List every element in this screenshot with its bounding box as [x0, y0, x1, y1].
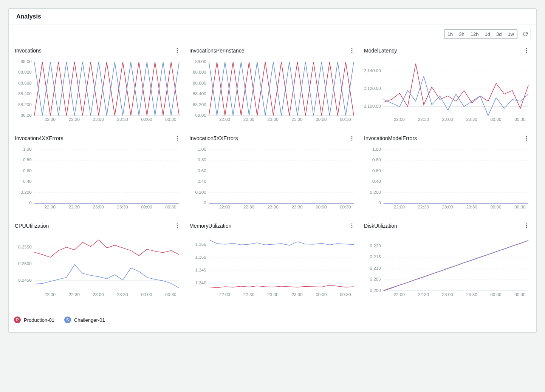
- svg-text:0.200: 0.200: [370, 190, 381, 194]
- svg-text:88.600: 88.600: [193, 81, 206, 85]
- svg-text:0.80: 0.80: [23, 158, 32, 162]
- chart-tile-modelLatency: ModelLatency2,100.002,120.002,140.0022:0…: [363, 42, 531, 128]
- svg-text:22:00: 22:00: [219, 205, 230, 209]
- svg-text:23:00: 23:00: [442, 205, 453, 209]
- refresh-button[interactable]: [520, 29, 531, 39]
- svg-text:88.00: 88.00: [195, 113, 206, 117]
- series-line: [209, 62, 354, 116]
- time-range-group: 1h3h12h1d3d1w: [444, 29, 517, 39]
- svg-text:22:30: 22:30: [69, 293, 80, 297]
- chart-menu-button[interactable]: [173, 47, 181, 54]
- svg-point-121: [177, 225, 178, 227]
- svg-text:88.800: 88.800: [18, 70, 32, 74]
- svg-text:2,120.00: 2,120.00: [364, 86, 381, 91]
- kebab-icon: [177, 48, 178, 53]
- legend-item: PProduction-01: [14, 316, 54, 323]
- kebab-icon: [526, 223, 527, 228]
- svg-text:0.40: 0.40: [198, 179, 206, 184]
- svg-point-22: [351, 50, 353, 51]
- svg-point-79: [351, 138, 353, 139]
- series-line: [34, 240, 179, 257]
- series-line: [384, 240, 528, 290]
- range-3h[interactable]: 3h: [456, 30, 467, 39]
- svg-text:22:00: 22:00: [45, 293, 56, 297]
- kebab-icon: [526, 136, 527, 141]
- svg-text:0.2550: 0.2550: [18, 245, 32, 249]
- chart-title: Invocations: [15, 48, 42, 54]
- svg-point-101: [526, 140, 527, 141]
- svg-text:23:00: 23:00: [268, 117, 279, 122]
- svg-text:0: 0: [29, 201, 31, 205]
- chart-tile-diskUtil: DiskUtilization0.2000.2050.2100.2150.220…: [363, 218, 531, 304]
- svg-text:0.200: 0.200: [21, 190, 32, 194]
- svg-text:0.200: 0.200: [195, 190, 206, 194]
- chart-tile-invocationsPerInstance: InvocationsPerInstance88.0088.20088.4008…: [189, 42, 356, 128]
- svg-text:23:30: 23:30: [466, 117, 477, 122]
- chart-menu-button[interactable]: [348, 47, 356, 54]
- svg-text:00:30: 00:30: [340, 117, 351, 122]
- chart-menu-button[interactable]: [523, 222, 530, 230]
- kebab-icon: [351, 223, 353, 228]
- svg-text:0.40: 0.40: [23, 179, 32, 184]
- svg-text:00:00: 00:00: [316, 117, 327, 122]
- svg-text:23:30: 23:30: [466, 293, 477, 297]
- svg-point-152: [526, 224, 527, 225]
- svg-text:1.00: 1.00: [198, 147, 206, 151]
- chart-title: Invocation4XXErrors: [15, 135, 63, 141]
- svg-text:00:00: 00:00: [490, 205, 501, 209]
- range-1d[interactable]: 1d: [482, 30, 493, 39]
- svg-text:0: 0: [204, 201, 206, 205]
- svg-text:22:00: 22:00: [219, 117, 230, 122]
- svg-text:2,100.00: 2,100.00: [364, 104, 381, 108]
- chart-menu-button[interactable]: [173, 134, 181, 142]
- chart-title: ModelLatency: [364, 48, 397, 54]
- chart-body: 1.3401.3451.3501.35522:0022:3023:0023:30…: [189, 235, 356, 299]
- svg-text:22:30: 22:30: [243, 117, 254, 122]
- svg-text:23:30: 23:30: [292, 205, 303, 209]
- chart-tile-memUtil: MemoryUtilization1.3401.3451.3501.35522:…: [189, 218, 356, 304]
- svg-text:23:00: 23:00: [268, 293, 279, 297]
- svg-point-99: [526, 136, 527, 137]
- chart-title: Invocation5XXErrors: [189, 135, 238, 141]
- svg-text:89.00: 89.00: [195, 60, 206, 64]
- svg-text:22:30: 22:30: [243, 205, 254, 209]
- svg-point-135: [351, 224, 353, 225]
- range-1h[interactable]: 1h: [444, 30, 456, 39]
- svg-text:00:00: 00:00: [490, 293, 501, 297]
- kebab-icon: [351, 48, 353, 53]
- svg-text:0.210: 0.210: [370, 266, 381, 270]
- svg-text:22:30: 22:30: [69, 205, 80, 209]
- svg-text:88.200: 88.200: [193, 102, 206, 106]
- svg-text:1.345: 1.345: [195, 268, 206, 272]
- chart-menu-button[interactable]: [523, 47, 530, 54]
- svg-text:0.60: 0.60: [198, 169, 206, 173]
- range-12h[interactable]: 12h: [468, 30, 482, 39]
- chart-menu-button[interactable]: [173, 222, 181, 230]
- svg-text:1.340: 1.340: [195, 281, 206, 285]
- svg-text:88.400: 88.400: [193, 92, 206, 96]
- svg-text:0.205: 0.205: [370, 277, 381, 281]
- range-3d[interactable]: 3d: [493, 30, 505, 39]
- chart-menu-button[interactable]: [523, 134, 530, 142]
- svg-text:23:30: 23:30: [292, 293, 303, 297]
- chart-menu-button[interactable]: [348, 134, 356, 142]
- series-line: [209, 62, 354, 116]
- svg-text:00:30: 00:30: [165, 205, 176, 209]
- svg-text:0.60: 0.60: [23, 169, 32, 173]
- range-1w[interactable]: 1w: [505, 30, 517, 39]
- chart-body: 88.0088.20088.40088.60088.80089.0022:002…: [14, 60, 182, 124]
- series-line: [34, 62, 179, 116]
- chart-tile-cpuUtil: CPUUtilization0.24500.25000.255022:0022:…: [14, 218, 182, 304]
- chart-body: 0.2000.2050.2100.2150.22022:0022:3023:00…: [363, 235, 531, 299]
- svg-text:23:00: 23:00: [442, 293, 453, 297]
- chart-menu-button[interactable]: [348, 222, 356, 230]
- svg-text:00:00: 00:00: [141, 205, 152, 209]
- svg-text:23:00: 23:00: [442, 117, 453, 122]
- svg-text:22:00: 22:00: [219, 293, 230, 297]
- svg-point-153: [526, 225, 527, 227]
- svg-text:1.00: 1.00: [372, 147, 381, 151]
- svg-text:00:00: 00:00: [316, 205, 327, 209]
- svg-text:88.00: 88.00: [21, 113, 32, 117]
- svg-text:22:30: 22:30: [243, 293, 254, 297]
- svg-text:89.00: 89.00: [21, 60, 32, 64]
